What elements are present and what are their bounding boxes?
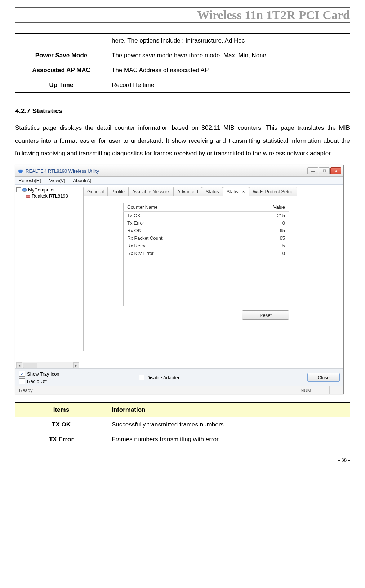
row-label: TX Error xyxy=(15,432,107,447)
close-button[interactable]: Close xyxy=(307,373,340,382)
tab-available-network[interactable]: Available Network xyxy=(128,187,174,196)
stat-value: 0 xyxy=(238,219,289,227)
disable-adapter-label: Disable Adapter xyxy=(147,375,180,380)
svg-rect-3 xyxy=(26,195,30,197)
tab-bar: General Profile Available Network Advanc… xyxy=(83,187,340,196)
header-information: Information xyxy=(107,403,350,417)
app-window: REALTEK RTL8190 Wireless Utility — ☐ ✕ R… xyxy=(15,165,344,394)
items-info-table: Items Information TX OK Successfully tra… xyxy=(15,402,350,447)
radio-off-checkbox[interactable] xyxy=(19,378,25,384)
row-label: Power Save Mode xyxy=(15,48,107,63)
stat-value: 215 xyxy=(238,212,289,220)
show-tray-checkbox[interactable]: ✓ xyxy=(19,371,25,377)
tree-root[interactable]: - MyComputer xyxy=(16,187,79,193)
row-desc: here. The options include : Infrastructu… xyxy=(107,34,350,48)
section-paragraph: Statistics page displays the detail coun… xyxy=(15,121,350,160)
row-desc: Record life time xyxy=(107,78,350,93)
svg-rect-2 xyxy=(23,191,25,192)
menu-view[interactable]: View(V) xyxy=(49,178,65,183)
options-bar: ✓ Show Tray Icon Radio Off Disable Adapt… xyxy=(15,368,343,386)
status-numlock: NUM xyxy=(297,386,329,394)
computer-icon xyxy=(22,187,27,193)
row-label: Up Time xyxy=(15,78,107,93)
page-number: - 38 - xyxy=(15,457,350,463)
stat-name: Rx ICV Error xyxy=(124,249,238,257)
show-tray-label: Show Tray Icon xyxy=(27,371,59,377)
adapter-icon xyxy=(26,194,31,199)
tree-root-label: MyComputer xyxy=(28,187,55,193)
document-title: Wireless 11n 1T2R PCI Card xyxy=(15,8,350,22)
row-desc: The MAC Address of associated AP xyxy=(107,63,350,78)
radio-off-label: Radio Off xyxy=(27,379,47,384)
svg-rect-1 xyxy=(23,188,27,191)
svg-point-4 xyxy=(27,196,28,197)
tab-status[interactable]: Status xyxy=(202,187,223,196)
tab-advanced[interactable]: Advanced xyxy=(173,187,202,196)
row-label: Associated AP MAC xyxy=(15,63,107,78)
tree-pane: - MyComputer Realtek RTL8190 ◄ xyxy=(15,185,80,368)
tree-child-label: Realtek RTL8190 xyxy=(32,193,68,199)
reset-button[interactable]: Reset xyxy=(242,310,289,320)
header-items: Items xyxy=(15,403,107,417)
statistics-table: Counter Name Value Tx OK215 Tx Error0 Rx… xyxy=(123,203,289,306)
disable-adapter-checkbox[interactable] xyxy=(139,375,144,380)
stats-header-name[interactable]: Counter Name xyxy=(124,203,238,212)
section-heading: 4.2.7 Statistics xyxy=(15,107,350,115)
close-window-button[interactable]: ✕ xyxy=(330,167,341,174)
row-desc: Successfully transmitted frames numbers. xyxy=(107,417,350,432)
resize-grip-icon[interactable] xyxy=(329,386,343,394)
row-label xyxy=(15,34,107,48)
app-icon xyxy=(18,168,23,174)
row-label: TX OK xyxy=(15,417,107,432)
status-bar: Ready NUM xyxy=(15,386,343,394)
stats-header-value[interactable]: Value xyxy=(238,203,289,212)
menubar: Refresh(R) View(V) About(A) xyxy=(15,177,343,185)
scroll-left-icon[interactable]: ◄ xyxy=(16,362,22,368)
stat-value: 65 xyxy=(238,227,289,234)
stat-name: Tx Error xyxy=(124,219,238,227)
tab-profile[interactable]: Profile xyxy=(107,187,129,196)
menu-refresh[interactable]: Refresh(R) xyxy=(18,178,41,183)
tree-child[interactable]: Realtek RTL8190 xyxy=(16,193,79,199)
tab-general[interactable]: General xyxy=(83,187,108,196)
status-text: Ready xyxy=(15,386,297,394)
stat-name: Rx Retry xyxy=(124,242,238,249)
maximize-button[interactable]: ☐ xyxy=(319,167,330,174)
row-desc: Frames numbers transmitting with error. xyxy=(107,432,350,447)
stat-value: 65 xyxy=(238,234,289,242)
stat-value: 5 xyxy=(238,242,289,249)
minimize-button[interactable]: — xyxy=(307,167,318,174)
properties-table: here. The options include : Infrastructu… xyxy=(15,33,350,93)
menu-about[interactable]: About(A) xyxy=(73,178,91,183)
stat-name: Rx Packet Count xyxy=(124,234,238,242)
row-desc: The power save mode have three mode: Max… xyxy=(107,48,350,63)
window-title: REALTEK RTL8190 Wireless Utility xyxy=(26,168,307,174)
stat-value: 0 xyxy=(238,249,289,257)
horizontal-scrollbar[interactable]: ◄ ► xyxy=(16,362,79,368)
stat-name: Rx OK xyxy=(124,227,238,234)
scroll-thumb[interactable] xyxy=(23,363,37,368)
tab-wifi-protect-setup[interactable]: Wi-Fi Protect Setup xyxy=(249,187,298,196)
scroll-right-icon[interactable]: ► xyxy=(73,362,79,368)
titlebar: REALTEK RTL8190 Wireless Utility — ☐ ✕ xyxy=(15,165,343,177)
stat-name: Tx OK xyxy=(124,212,238,220)
tree-collapse-icon[interactable]: - xyxy=(16,187,21,192)
tab-statistics[interactable]: Statistics xyxy=(223,187,249,196)
